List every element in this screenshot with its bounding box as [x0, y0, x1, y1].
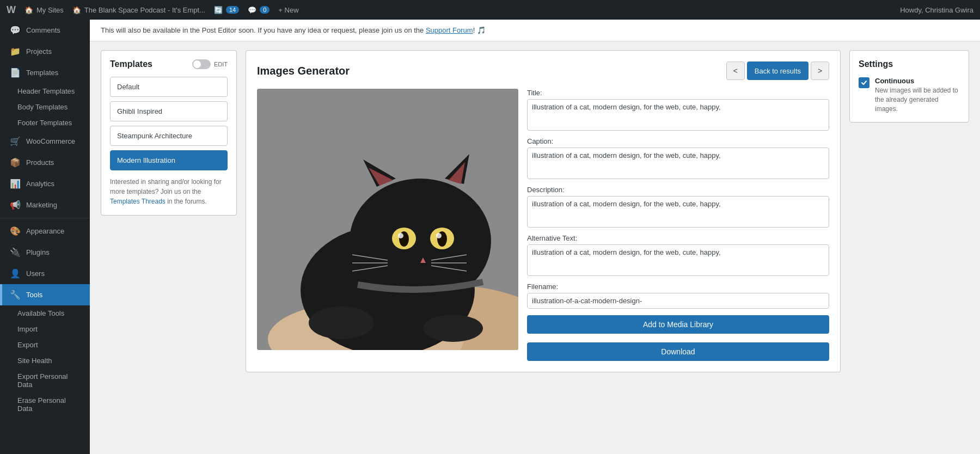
comments-menu-label: Comments [26, 26, 60, 34]
generator-panel: Images Generator < Back to results > [246, 50, 841, 372]
description-field-group: Description: [527, 186, 829, 228]
sidebar-submenu-import[interactable]: Import [0, 321, 90, 337]
comments-menu-icon: 💬 [10, 25, 21, 35]
site-health-label: Site Health [17, 357, 52, 365]
new-content-label: + New [278, 6, 298, 14]
user-greeting[interactable]: Howdy, Christina Gwira [900, 6, 973, 14]
notice-text: This will also be available in the Post … [101, 26, 426, 34]
edit-toggle[interactable]: EDIT [192, 59, 228, 69]
svg-point-14 [436, 233, 442, 238]
updates-menu[interactable]: 🔄 14 [214, 6, 239, 14]
appearance-icon: 🎨 [10, 226, 21, 236]
back-to-results-button[interactable]: Back to results [747, 62, 808, 80]
site-name[interactable]: 🏠 The Blank Space Podcast - It's Empt... [72, 6, 205, 14]
download-button[interactable]: Download [527, 342, 829, 361]
sidebar-submenu-site-health[interactable]: Site Health [0, 353, 90, 369]
filename-label: Filename: [527, 283, 829, 291]
template-item-default[interactable]: Default [110, 77, 228, 97]
settings-title: Settings [859, 59, 960, 69]
generated-image-container [257, 89, 518, 350]
title-field-group: Title: [527, 89, 829, 131]
sidebar-item-analytics[interactable]: 📊 Analytics [0, 173, 90, 194]
template-item-steampunk[interactable]: Steampunk Architecture [110, 126, 228, 146]
caption-label: Caption: [527, 137, 829, 145]
menu-separator [0, 218, 90, 218]
templates-panel: Templates EDIT Default Ghibli Inspired S [101, 50, 237, 216]
new-content-menu[interactable]: + New [278, 6, 298, 14]
sidebar-item-projects[interactable]: 📁 Projects [0, 41, 90, 62]
sidebar-item-products[interactable]: 📦 Products [0, 152, 90, 173]
wp-logo[interactable]: W [7, 4, 16, 16]
export-label: Export [17, 341, 38, 349]
projects-icon: 📁 [10, 46, 21, 57]
admin-bar: W 🏠 My Sites 🏠 The Blank Space Podcast -… [0, 0, 980, 20]
sidebar-submenu-available-tools[interactable]: Available Tools [0, 305, 90, 321]
filename-input[interactable] [527, 293, 829, 309]
footer-templates-label: Footer Templates [17, 119, 72, 127]
updates-count: 14 [226, 6, 239, 14]
continuous-checkbox[interactable] [859, 77, 869, 88]
analytics-icon: 📊 [10, 179, 21, 189]
admin-sidebar: 💬 Comments 📁 Projects 📄 Templates Header… [0, 20, 90, 454]
marketing-icon: 📢 [10, 200, 21, 210]
site-name-label: The Blank Space Podcast - It's Empt... [84, 6, 205, 14]
sidebar-item-users[interactable]: 👤 Users [0, 263, 90, 284]
svg-point-13 [398, 233, 403, 238]
support-forum-link[interactable]: Support Forum [426, 26, 473, 34]
toggle-thumb [193, 60, 201, 68]
template-item-ghibli[interactable]: Ghibli Inspired [110, 101, 228, 121]
checkmark-icon [861, 79, 867, 86]
add-to-library-button[interactable]: Add to Media Library [527, 315, 829, 334]
erase-personal-label: Erase Personal Data [17, 396, 66, 413]
sidebar-item-body-templates[interactable]: Body Templates [0, 99, 90, 115]
sidebar-item-appearance[interactable]: 🎨 Appearance [0, 220, 90, 242]
available-tools-label: Available Tools [17, 309, 64, 317]
sidebar-item-marketing[interactable]: 📢 Marketing [0, 194, 90, 216]
analytics-label: Analytics [26, 180, 54, 188]
templates-panel-header: Templates EDIT [110, 59, 228, 69]
toggle-track[interactable] [192, 59, 211, 69]
templates-panel-title: Templates [110, 59, 152, 69]
title-textarea[interactable] [527, 99, 829, 131]
alt-textarea[interactable] [527, 244, 829, 276]
title-label: Title: [527, 89, 829, 97]
continuous-text: Continuous New images will be added to t… [875, 77, 960, 113]
prev-button[interactable]: < [726, 62, 745, 80]
description-textarea[interactable] [527, 196, 829, 228]
next-button[interactable]: > [811, 62, 829, 80]
header-templates-label: Header Templates [17, 87, 75, 95]
site-icon: 🏠 [72, 6, 81, 14]
sidebar-item-header-templates[interactable]: Header Templates [0, 83, 90, 99]
users-icon: 👤 [10, 268, 21, 279]
svg-point-23 [423, 315, 483, 342]
generator-title: Images Generator [257, 65, 350, 77]
projects-label: Projects [26, 47, 52, 56]
caption-textarea[interactable] [527, 148, 829, 179]
templates-thread-link[interactable]: Templates Threads [110, 198, 166, 205]
my-sites-menu[interactable]: 🏠 My Sites [24, 6, 64, 14]
sidebar-item-tools[interactable]: 🔧 Tools [0, 284, 90, 305]
sidebar-item-footer-templates[interactable]: Footer Templates [0, 115, 90, 131]
notice-bar: This will also be available in the Post … [90, 20, 980, 41]
sidebar-item-templates[interactable]: 📄 Templates [0, 62, 90, 83]
sidebar-item-woocommerce[interactable]: 🛒 WooCommerce [0, 131, 90, 152]
sidebar-submenu-export-personal[interactable]: Export Personal Data [0, 369, 90, 392]
appearance-label: Appearance [26, 227, 64, 235]
settings-panel: Settings Continuous New images will be a… [849, 50, 969, 122]
continuous-setting: Continuous New images will be added to t… [859, 77, 960, 113]
sidebar-item-plugins[interactable]: 🔌 Plugins [0, 242, 90, 263]
continuous-label: Continuous [875, 77, 960, 85]
products-label: Products [26, 158, 54, 167]
import-label: Import [17, 325, 38, 333]
nav-buttons: < Back to results > [726, 62, 829, 80]
description-label: Description: [527, 186, 829, 194]
plugins-label: Plugins [26, 248, 50, 256]
sidebar-submenu-export[interactable]: Export [0, 337, 90, 353]
alt-field-group: Alternative Text: [527, 234, 829, 276]
sidebar-item-comments[interactable]: 💬 Comments [0, 20, 90, 41]
comments-menu[interactable]: 💬 0 [248, 6, 270, 14]
filename-field-group: Filename: [527, 283, 829, 309]
my-sites-label: My Sites [36, 6, 64, 14]
sidebar-submenu-erase-personal[interactable]: Erase Personal Data [0, 392, 90, 416]
template-item-modern[interactable]: Modern Illustration [110, 150, 228, 170]
